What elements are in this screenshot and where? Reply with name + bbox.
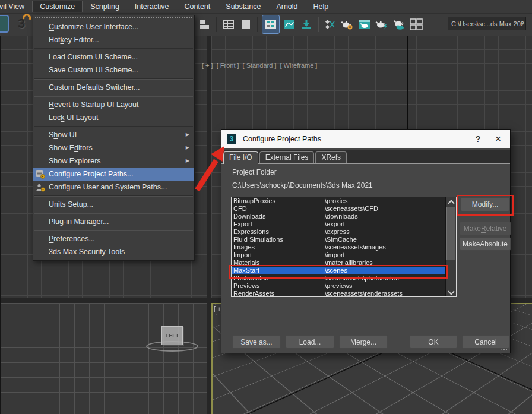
viewport-left[interactable] (0, 303, 207, 414)
viewport-layout-icon[interactable] (408, 15, 424, 33)
menu-item-load-custom-ui-scheme[interactable]: Load Custom UI Scheme... (33, 50, 194, 64)
menu-item-show-ui[interactable]: Show UI▶ (33, 128, 194, 141)
viewport-label-segment[interactable]: [ Standard ] (243, 62, 277, 69)
entry-path: .\sceneassets\images (323, 244, 386, 251)
menu-item-custom-defaults-switcher[interactable]: Custom Defaults Switcher... (33, 81, 194, 94)
menu-item-show-explorers[interactable]: Show Explorers▶ (33, 154, 194, 168)
make-absolute-button[interactable]: Make Absolute (460, 237, 511, 251)
cancel-button[interactable]: Cancel (462, 335, 509, 349)
tab-external-files[interactable]: External Files (259, 151, 315, 163)
path-entry-fluid-simulations[interactable]: Fluid Simulations.\SimCache (232, 236, 447, 244)
entry-path: .\sceneassets\renderassets (323, 290, 403, 297)
viewport-label-segment[interactable]: [ Front ] (217, 62, 239, 69)
menu-item-customize-user-interface[interactable]: Customize User Interface... (33, 20, 194, 33)
path-entry-maxstart[interactable]: MaxStart.\scenes (232, 267, 447, 274)
path-entry-bitmapproxies[interactable]: BitmapProxies.\proxies (232, 197, 447, 205)
menu-item-label: Plug-in Manager... (48, 215, 194, 228)
rendered-frame-window-icon[interactable] (357, 15, 372, 33)
menubar-item-substance[interactable]: Substance (218, 1, 268, 12)
menu-item-3ds-max-security-tools[interactable]: 3ds Max Security Tools (33, 245, 194, 258)
menu-item-units-setup[interactable]: Units Setup... (33, 198, 194, 211)
path-entry-import[interactable]: Import.\import (232, 251, 447, 259)
curve-editor-icon[interactable] (281, 15, 297, 33)
entry-name: Expressions (233, 228, 323, 236)
project-folder-dropdown[interactable]: C:\Users\sc...ds Max 202 ▾ (448, 17, 526, 30)
make-relative-button[interactable]: Make Relative (460, 222, 511, 235)
menubar-item-arnold[interactable]: Arnold (268, 1, 305, 12)
tab-file-i-o[interactable]: File I/O (223, 151, 258, 164)
menu-item-lock-ui-layout[interactable]: Lock UI Layout (33, 111, 194, 124)
entry-name: Previews (233, 282, 323, 290)
scroll-up-icon[interactable] (446, 197, 456, 206)
menu-item-label: Preferences... (48, 232, 194, 245)
help-button[interactable]: ? (470, 134, 486, 144)
select-and-link-icon[interactable]: 3 (14, 16, 29, 31)
render-settings-icon[interactable] (340, 15, 355, 33)
modify-button[interactable]: Modify... (461, 197, 509, 211)
menu-item-hotkey-editor[interactable]: Hotkey Editor... (33, 33, 194, 46)
menu-item-plug-in-manager[interactable]: Plug-in Manager... (33, 215, 194, 228)
load-button[interactable]: Load... (286, 335, 334, 349)
render-setup-icon[interactable] (299, 15, 314, 33)
viewport-edge (0, 36, 1, 414)
menu-item-show-editors[interactable]: Show Editors▶ (33, 141, 194, 154)
path-entry-photometric[interactable]: Photometric.\sceneassets\photometric (232, 274, 447, 282)
path-entry-export[interactable]: Export.\export (232, 220, 447, 228)
project-folder-label: Project Folder (232, 168, 277, 176)
dialog-titlebar[interactable]: 3 Configure Project Paths ? × (221, 130, 510, 148)
path-entry-materials[interactable]: Materials.\materiallibraries (232, 259, 447, 267)
schematic-view-icon[interactable] (322, 15, 338, 33)
menu-item-configure-project-paths[interactable]: Configure Project Paths... (33, 168, 194, 181)
quick-render-icon[interactable] (374, 15, 390, 33)
scrollbar[interactable] (445, 197, 456, 296)
menubar-item-scripting[interactable]: Scripting (83, 1, 127, 12)
ok-button[interactable]: OK (410, 335, 457, 349)
submenu-arrow-icon: ▶ (186, 128, 194, 141)
menu-item-label: Hotkey Editor... (48, 33, 194, 46)
entry-path: .\SimCache (323, 236, 357, 243)
path-entry-expressions[interactable]: Expressions.\express (232, 228, 447, 236)
cloud-render-icon[interactable] (391, 15, 407, 33)
menu-item-revert-to-startup-ui-layout[interactable]: Revert to Startup UI Layout (33, 98, 194, 111)
project-folder-dropdown-value: C:\Users\sc...ds Max 202 (451, 20, 524, 27)
merge-button[interactable]: Merge... (339, 335, 388, 349)
path-entry-previews[interactable]: Previews.\previews (232, 282, 447, 290)
save-as-button[interactable]: Save as... (232, 335, 281, 349)
viewcube[interactable]: LEFT (162, 326, 183, 345)
scrollbar-thumb[interactable] (446, 207, 455, 260)
close-button[interactable]: × (486, 133, 510, 145)
entry-name: Downloads (233, 213, 323, 220)
menu-separator (33, 194, 194, 198)
scene-explorer-icon[interactable] (221, 15, 236, 33)
menu-item-preferences[interactable]: Preferences... (33, 232, 194, 245)
path-entry-images[interactable]: Images.\sceneassets\images (232, 244, 447, 251)
entry-path: .\import (323, 251, 345, 258)
menubar-item-help[interactable]: Help (306, 1, 337, 12)
project-paths-icon (33, 170, 48, 179)
scroll-down-icon[interactable] (446, 287, 456, 296)
layer-explorer-icon[interactable] (238, 15, 254, 33)
entry-name: CFD (233, 205, 323, 213)
viewport-label-segment[interactable]: [ Wireframe ] (280, 62, 317, 69)
path-entry-downloads[interactable]: Downloads.\downloads (232, 213, 447, 220)
menubar-item-content[interactable]: Content (177, 1, 218, 12)
menu-bar: vil ViewCustomizeScriptingInteractiveCon… (0, 0, 532, 14)
menu-item-configure-user-and-system-paths[interactable]: Configure User and System Paths... (33, 181, 194, 194)
menubar-item-customize[interactable]: Customize (32, 1, 83, 12)
menubar-item-interactive[interactable]: Interactive (127, 1, 177, 12)
tab-xrefs[interactable]: XRefs (315, 151, 347, 163)
clipped-toolbar-icon[interactable] (0, 15, 9, 33)
viewport-label-segment[interactable]: [ + ] (202, 62, 213, 69)
viewport-divider[interactable] (207, 36, 211, 298)
path-entry-renderassets[interactable]: RenderAssets.\sceneassets\renderassets (232, 290, 447, 297)
viewport-divider[interactable] (207, 303, 211, 414)
viewport-label-front: [ + ][ Front ][ Standard ][ Wireframe ] (202, 62, 317, 69)
menu-item-save-custom-ui-scheme[interactable]: Save Custom UI Scheme... (33, 64, 194, 77)
material-editor-icon[interactable] (262, 15, 280, 34)
menubar-item-vil-view[interactable]: vil View (0, 1, 32, 12)
entry-path: .\sceneassets\CFD (323, 205, 378, 212)
layer-list-icon[interactable] (197, 15, 213, 33)
path-entry-cfd[interactable]: CFD.\sceneassets\CFD (232, 205, 447, 213)
menu-item-label: Save Custom UI Scheme... (48, 64, 194, 77)
entry-path: .\proxies (323, 197, 348, 204)
